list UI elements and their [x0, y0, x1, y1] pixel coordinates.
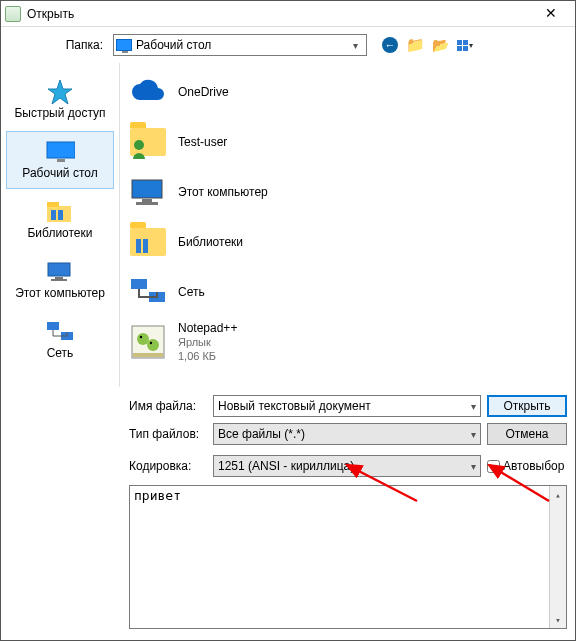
item-name: Этот компьютер — [178, 185, 268, 199]
filename-combo[interactable]: Новый текстовый документ ▾ — [213, 395, 481, 417]
filename-value: Новый текстовый документ — [218, 399, 371, 413]
svg-rect-2 — [57, 159, 65, 162]
list-item[interactable]: Test-user — [120, 117, 575, 167]
chevron-down-icon: ▾ — [471, 429, 476, 440]
cloud-icon — [128, 72, 168, 112]
list-item[interactable]: OneDrive — [120, 67, 575, 117]
list-item[interactable]: Notepad++ Ярлык 1,06 КБ — [120, 317, 575, 367]
desktop-icon — [116, 39, 132, 51]
svg-point-21 — [137, 333, 149, 345]
svg-rect-10 — [47, 322, 59, 330]
svg-rect-6 — [58, 210, 63, 220]
body: Быстрый доступ Рабочий стол Библиотеки Э… — [1, 63, 575, 387]
item-size: 1,06 КБ — [178, 349, 237, 363]
item-name: Библиотеки — [178, 235, 243, 249]
open-dialog: Открыть ✕ Папка: Рабочий стол ▾ ← 📁 📂 Бы… — [0, 0, 576, 641]
svg-rect-1 — [47, 142, 75, 158]
chevron-down-icon: ▾ — [346, 40, 364, 51]
chevron-down-icon: ▾ — [471, 401, 476, 412]
list-item[interactable]: Библиотеки — [120, 217, 575, 267]
place-this-pc[interactable]: Этот компьютер — [6, 251, 114, 309]
pc-big-icon — [128, 172, 168, 212]
encoding-combo[interactable]: 1251 (ANSI - кириллица) ▾ — [213, 455, 481, 477]
folder-combo[interactable]: Рабочий стол ▾ — [113, 34, 367, 56]
place-quick-access[interactable]: Быстрый доступ — [6, 71, 114, 129]
svg-rect-8 — [55, 277, 63, 279]
svg-point-12 — [134, 140, 144, 150]
user-folder-icon — [128, 122, 168, 162]
svg-rect-18 — [131, 279, 147, 289]
libraries-big-icon — [128, 222, 168, 262]
network-icon — [45, 320, 75, 344]
notepadpp-icon — [128, 322, 168, 362]
list-item[interactable]: Сеть — [120, 267, 575, 317]
folder-label: Папка: — [1, 38, 109, 52]
svg-rect-25 — [133, 353, 163, 357]
auto-checkbox[interactable]: Автовыбор — [487, 459, 567, 473]
place-network[interactable]: Сеть — [6, 311, 114, 369]
filetype-value: Все файлы (*.*) — [218, 427, 305, 441]
svg-rect-14 — [142, 199, 152, 202]
svg-rect-17 — [143, 239, 148, 253]
svg-rect-9 — [51, 279, 67, 281]
svg-rect-15 — [136, 202, 158, 205]
cancel-button[interactable]: Отмена — [487, 423, 567, 445]
svg-rect-4 — [47, 202, 59, 207]
window-title: Открыть — [27, 7, 531, 21]
place-label: Рабочий стол — [22, 166, 97, 180]
filename-label: Имя файла: — [129, 399, 207, 413]
encoding-label: Кодировка: — [129, 459, 207, 473]
file-list[interactable]: OneDrive Test-user Этот компьютер Библио… — [119, 63, 575, 387]
back-button[interactable]: ← — [379, 34, 401, 56]
item-type: Ярлык — [178, 335, 237, 349]
svg-rect-5 — [51, 210, 56, 220]
folder-row: Папка: Рабочий стол ▾ ← 📁 📂 — [1, 27, 575, 63]
chevron-down-icon: ▾ — [471, 461, 476, 472]
views-button[interactable] — [454, 34, 476, 56]
auto-label: Автовыбор — [503, 459, 564, 473]
filetype-label: Тип файлов: — [129, 427, 207, 441]
filetype-combo[interactable]: Все файлы (*.*) ▾ — [213, 423, 481, 445]
place-desktop[interactable]: Рабочий стол — [6, 131, 114, 189]
star-icon — [45, 80, 75, 104]
svg-marker-0 — [48, 80, 72, 104]
folder-value: Рабочий стол — [136, 38, 211, 52]
up-button[interactable]: 📁 — [404, 34, 426, 56]
pc-icon — [45, 260, 75, 284]
place-label: Быстрый доступ — [14, 106, 105, 120]
scroll-up-icon[interactable]: ▴ — [550, 486, 566, 503]
svg-rect-7 — [48, 263, 70, 276]
item-name: Test-user — [178, 135, 227, 149]
item-name: Notepad++ — [178, 321, 237, 335]
item-name: OneDrive — [178, 85, 229, 99]
svg-point-23 — [140, 336, 142, 338]
titlebar: Открыть ✕ — [1, 1, 575, 27]
svg-point-22 — [147, 339, 159, 351]
monitor-icon — [45, 140, 75, 164]
item-name: Сеть — [178, 285, 205, 299]
encoding-value: 1251 (ANSI - кириллица) — [218, 459, 354, 473]
place-label: Этот компьютер — [15, 286, 105, 300]
new-folder-button[interactable]: 📂 — [429, 34, 451, 56]
network-big-icon — [128, 272, 168, 312]
list-item[interactable]: Этот компьютер — [120, 167, 575, 217]
app-icon — [5, 6, 21, 22]
svg-rect-16 — [136, 239, 141, 253]
place-label: Библиотеки — [27, 226, 92, 240]
preview-pane: привет ▴ ▾ — [129, 485, 567, 629]
place-libraries[interactable]: Библиотеки — [6, 191, 114, 249]
close-button[interactable]: ✕ — [531, 4, 571, 24]
controls: Имя файла: Новый текстовый документ ▾ От… — [1, 387, 575, 481]
svg-rect-13 — [132, 180, 162, 198]
preview-text: привет — [134, 488, 181, 503]
libraries-icon — [45, 200, 75, 224]
auto-checkbox-input[interactable] — [487, 460, 500, 473]
place-label: Сеть — [47, 346, 74, 360]
places-bar: Быстрый доступ Рабочий стол Библиотеки Э… — [1, 63, 119, 387]
svg-point-24 — [150, 342, 152, 344]
open-button[interactable]: Открыть — [487, 395, 567, 417]
scroll-down-icon[interactable]: ▾ — [550, 611, 566, 628]
scrollbar[interactable]: ▴ ▾ — [549, 486, 566, 628]
toolbar: ← 📁 📂 — [379, 34, 476, 56]
